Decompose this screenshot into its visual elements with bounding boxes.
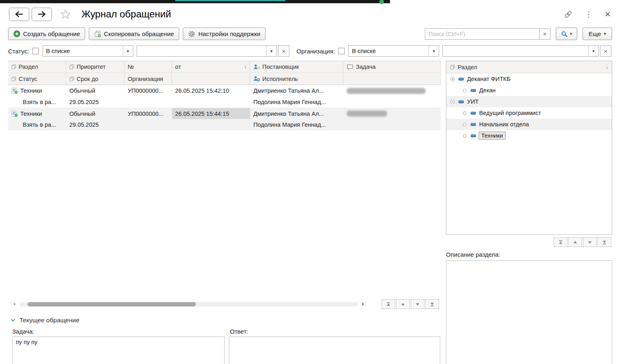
cell-from[interactable]: 26.05.2025 15:42:10 [172,85,250,96]
current-request-group-toggle[interactable]: Текущее обращение [11,317,79,324]
tree-go-next-button[interactable] [583,237,597,247]
cell-author[interactable]: Дмитриенко Татьяна Ал... [250,108,343,119]
section-description-label: Описание раздела: [446,251,500,258]
tree-item-tekhniki-selected[interactable]: Техники [446,130,612,141]
horizontal-scrollbar[interactable] [19,302,358,307]
favorite-star-icon[interactable] [60,9,71,20]
status-filter-checkbox[interactable] [32,48,39,54]
answer-textarea[interactable] [229,336,440,364]
cell-task[interactable] [343,85,441,96]
col-header-task[interactable]: Задача [343,61,441,73]
close-icon[interactable]: × [605,9,611,19]
cell-section[interactable]: Техники [8,85,66,96]
request-row-2-line-2[interactable]: Взять в ра... 29.05.2025 Подолина Мария … [8,119,441,130]
cell-due[interactable]: 29.05.2025 [66,96,124,108]
col-header-due[interactable]: Срок до [66,73,124,85]
task-textarea[interactable]: пу пу пу [12,336,225,364]
status-mode-select[interactable]: В списке ▾ [43,45,133,57]
cell-author[interactable]: Дмитриенко Татьяна Ал... [250,85,343,96]
support-settings-label: Настройки поддержки [198,30,260,37]
section-group-icon [471,123,476,126]
reference-icon [11,77,16,81]
cell-status[interactable]: Взять в ра... [8,119,66,130]
leaf-circle-icon [462,88,467,93]
cell-organization[interactable] [124,96,172,108]
col-header-priority[interactable]: Приоритет [66,61,124,73]
document-check-icon [11,87,18,94]
collapse-icon[interactable] [450,77,455,82]
cell-executor[interactable]: Подолина Мария Геннад... [250,119,343,130]
scroll-left-icon[interactable] [11,302,17,306]
go-last-button[interactable] [425,299,439,309]
tree-header-section[interactable]: Раздел ↓ [446,61,612,73]
go-next-button[interactable] [411,299,424,309]
col-header-empty [172,73,250,85]
section-group-icon [458,100,464,103]
col-header-number[interactable]: № [124,61,172,73]
go-prev-button[interactable] [396,299,410,309]
redacted-text [347,111,387,117]
chevron-down-icon: ▾ [592,49,595,53]
speech-bubble-icon [347,64,353,70]
forward-button[interactable] [32,8,52,21]
search-icon [561,31,568,37]
search-input[interactable] [425,28,540,40]
request-row-2-line-1[interactable]: Техники Обычный УП0000000... 26.05.2025 … [8,108,441,119]
cell-executor[interactable]: Подолина Мария Геннад... [250,96,343,108]
tree-item-dekanat-fitkb[interactable]: Деканат ФИТКБ [446,73,612,85]
tree-item-dekan[interactable]: Декан [446,85,612,96]
plus-circle-icon [13,30,20,37]
tab-accent-bar [175,0,285,1]
cell-number[interactable]: УП0000000... [124,85,172,96]
app-window: ? Журнал обращений ⋮ × Создать обр [0,0,617,364]
tree-item-vedushchiy-programmist[interactable]: Ведущий программист [446,107,612,119]
link-icon[interactable] [563,10,573,19]
cell-priority[interactable]: Обычный [66,85,124,96]
cell-section[interactable]: Техники [8,108,66,119]
search-button[interactable]: ▾ [556,28,577,40]
more-button[interactable]: Еще ▾ [583,28,612,40]
cell-task[interactable] [343,108,441,119]
col-header-organization[interactable]: Организация [124,73,172,85]
create-request-button[interactable]: Создать обращение [8,28,85,40]
request-row-1-line-2[interactable]: Взять в ра... 29.05.2025 Подолина Мария … [8,96,441,108]
org-clear-button[interactable]: × [600,45,611,57]
copy-request-button[interactable]: Скопировать обращение [89,28,179,40]
section-description-textarea[interactable] [446,260,612,364]
col-header-section[interactable]: Раздел [8,61,66,73]
kebab-menu-icon[interactable]: ⋮ [585,11,593,18]
collapse-icon[interactable] [450,99,455,104]
status-clear-button[interactable]: × [278,45,289,57]
search-clear-button[interactable]: × [540,28,551,40]
org-mode-select[interactable]: В списке ▾ [348,45,439,57]
requests-list: Раздел Приоритет № от ↓ Постановщик Зада… [8,61,441,311]
cell-organization[interactable] [124,119,172,130]
cell-due[interactable]: 29.05.2025 [66,119,124,130]
col-header-status[interactable]: Статус [8,73,66,85]
org-filter-checkbox[interactable] [338,48,345,54]
reference-icon [69,64,74,69]
tree-go-first-button[interactable] [554,237,568,247]
request-row-1-line-1[interactable]: Техники Обычный УП0000000... 26.05.2025 … [8,85,441,96]
col-header-executor[interactable]: Исполнитель [250,73,343,85]
org-value-select[interactable]: ▾ [442,45,599,57]
cell-from-current[interactable]: 26.05.2025 15:44:15 [172,108,250,119]
col-header-from[interactable]: от ↓ [172,61,250,73]
scroll-right-icon[interactable] [360,302,366,306]
scrollbar-thumb[interactable] [28,302,196,307]
go-first-button[interactable] [381,299,395,309]
back-button[interactable] [9,8,29,21]
cell-status[interactable]: Взять в ра... [8,96,66,108]
tree-go-last-button[interactable] [598,237,611,247]
tree-go-prev-button[interactable] [568,237,582,247]
tree-item-nachalnik-otdela[interactable]: Начальник отдела [446,119,612,130]
col-header-author[interactable]: Постановщик [250,61,343,73]
cell-priority[interactable]: Обычный [66,108,124,119]
status-value-select[interactable]: ▾ [137,45,277,57]
support-settings-button[interactable]: Настройки поддержки [183,28,266,40]
section-group-icon [471,89,476,92]
cell-number[interactable]: УП0000000... [124,108,172,119]
sort-desc-icon: ↓ [244,64,246,70]
reference-icon [450,65,455,70]
tree-item-uit[interactable]: УИТ [446,96,612,107]
